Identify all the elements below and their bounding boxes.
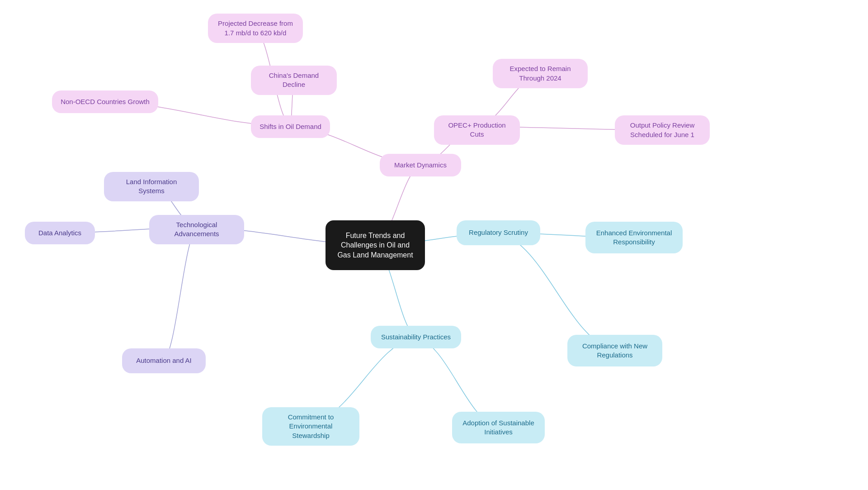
node-label-enhanced-env: Enhanced Environmental Responsibility [594,228,675,247]
node-label-market-dynamics: Market Dynamics [394,161,447,170]
node-label-opec-cuts: OPEC+ Production Cuts [442,121,512,139]
node-center: Future Trends and Challenges in Oil and … [326,220,425,270]
node-regulatory-scrutiny: Regulatory Scrutiny [457,220,540,245]
node-tech-advancements: Technological Advancements [149,215,244,244]
node-label-tech-advancements: Technological Advancements [157,220,236,239]
mind-map: Future Trends and Challenges in Oil and … [0,0,868,490]
node-label-automation-ai: Automation and AI [136,356,192,365]
node-non-oecd: Non-OECD Countries Growth [52,90,158,113]
node-enhanced-env: Enhanced Environmental Responsibility [585,222,683,253]
node-label-center: Future Trends and Challenges in Oil and … [334,231,417,260]
node-label-non-oecd: Non-OECD Countries Growth [61,97,150,106]
node-label-projected-decrease: Projected Decrease from 1.7 mb/d to 620 … [216,19,295,38]
node-commitment-env: Commitment to Environmental Stewardship [262,407,359,446]
node-market-dynamics: Market Dynamics [380,154,461,176]
node-output-policy: Output Policy Review Scheduled for June … [615,115,710,145]
node-data-analytics: Data Analytics [25,222,95,244]
node-compliance-regs: Compliance with New Regulations [567,335,662,366]
node-label-compliance-regs: Compliance with New Regulations [576,342,654,360]
node-label-expected-remain: Expected to Remain Through 2024 [501,64,580,83]
node-label-regulatory-scrutiny: Regulatory Scrutiny [469,228,528,237]
node-label-china-demand: China's Demand Decline [259,71,329,90]
node-automation-ai: Automation and AI [122,348,206,373]
node-label-shifts-oil-demand: Shifts in Oil Demand [259,122,321,131]
node-shifts-oil-demand: Shifts in Oil Demand [251,115,330,138]
node-label-output-policy: Output Policy Review Scheduled for June … [623,121,702,139]
node-label-sustainability: Sustainability Practices [381,333,451,342]
node-china-demand: China's Demand Decline [251,66,337,95]
node-sustainability: Sustainability Practices [371,326,461,348]
node-label-adoption-sustainable: Adoption of Sustainable Initiatives [460,419,537,437]
node-label-data-analytics: Data Analytics [38,228,81,238]
node-label-land-info: Land Information Systems [112,177,191,196]
connections-svg [0,0,868,490]
node-land-info: Land Information Systems [104,172,199,201]
node-opec-cuts: OPEC+ Production Cuts [434,115,520,145]
node-projected-decrease: Projected Decrease from 1.7 mb/d to 620 … [208,14,303,43]
node-label-commitment-env: Commitment to Environmental Stewardship [270,413,351,440]
node-adoption-sustainable: Adoption of Sustainable Initiatives [452,412,545,443]
node-expected-remain: Expected to Remain Through 2024 [493,59,588,88]
